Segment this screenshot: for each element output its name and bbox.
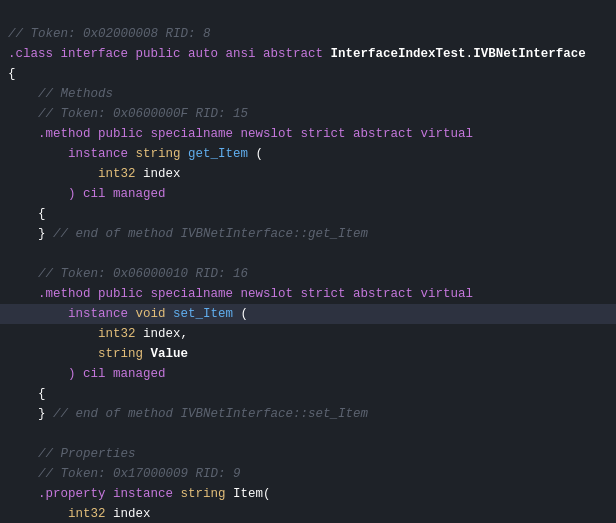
code-token: } <box>8 227 53 241</box>
code-token: int32 <box>8 327 143 341</box>
code-token: } <box>8 407 53 421</box>
code-view: // Token: 0x02000008 RID: 8.class interf… <box>0 0 616 523</box>
code-line: // Token: 0x06000010 RID: 16 <box>0 264 616 284</box>
code-token: // Token: 0x0600000F RID: 15 <box>8 107 248 121</box>
code-token: public specialname newslot strict abstra… <box>98 287 473 301</box>
code-line: // Token: 0x0600000F RID: 15 <box>0 104 616 124</box>
code-line: // Token: 0x17000009 RID: 9 <box>0 464 616 484</box>
code-token: .class <box>8 47 61 61</box>
code-token: index <box>143 167 181 181</box>
code-line: int32 index <box>0 164 616 184</box>
code-line: string Value <box>0 344 616 364</box>
code-token: int32 <box>8 167 143 181</box>
code-token: IVBNetInterface <box>473 47 586 61</box>
code-token: index <box>113 507 151 521</box>
code-token: string <box>181 487 234 501</box>
code-token: { <box>8 387 46 401</box>
code-token: ) cil managed <box>8 187 166 201</box>
code-token: // Token: 0x06000010 RID: 16 <box>8 267 248 281</box>
code-token: get_Item <box>188 147 248 161</box>
code-line: .class interface public auto ansi abstra… <box>0 44 616 64</box>
code-token: ) cil managed <box>8 367 166 381</box>
code-line: .method public specialname newslot stric… <box>0 124 616 144</box>
code-line: } // end of method IVBNetInterface::set_… <box>0 404 616 424</box>
code-line: .property instance string Item( <box>0 484 616 504</box>
code-line <box>0 424 616 444</box>
code-line <box>0 244 616 264</box>
code-token: // Methods <box>8 87 113 101</box>
code-token: { <box>8 207 46 221</box>
code-token: { <box>8 67 16 81</box>
code-token: Value <box>151 347 189 361</box>
code-token: public auto ansi abstract <box>136 47 331 61</box>
code-token: .method <box>8 127 98 141</box>
code-line: { <box>0 64 616 84</box>
code-token: // Properties <box>8 447 136 461</box>
code-token: set_Item <box>173 307 233 321</box>
code-line: ) cil managed <box>0 364 616 384</box>
code-token: Item( <box>233 487 271 501</box>
code-token: // end of method IVBNetInterface::set_It… <box>53 407 368 421</box>
code-token: InterfaceIndexTest <box>331 47 466 61</box>
code-token: interface <box>61 47 136 61</box>
code-line: instance void set_Item ( <box>0 304 616 324</box>
code-token: .property <box>8 487 113 501</box>
code-token: string <box>136 147 189 161</box>
code-line: int32 index <box>0 504 616 523</box>
code-line: int32 index, <box>0 324 616 344</box>
code-token: instance <box>8 147 136 161</box>
code-token: void <box>136 307 174 321</box>
code-line: .method public specialname newslot stric… <box>0 284 616 304</box>
code-token: ( <box>233 307 248 321</box>
code-line: instance string get_Item ( <box>0 144 616 164</box>
code-token: index, <box>143 327 188 341</box>
code-token: ( <box>248 147 263 161</box>
code-token: // Token: 0x02000008 RID: 8 <box>8 27 211 41</box>
code-line: { <box>0 204 616 224</box>
code-line: // Token: 0x02000008 RID: 8 <box>0 24 616 44</box>
code-token: public specialname newslot strict abstra… <box>98 127 473 141</box>
code-line: } // end of method IVBNetInterface::get_… <box>0 224 616 244</box>
code-line: // Methods <box>0 84 616 104</box>
code-line: ) cil managed <box>0 184 616 204</box>
code-line: { <box>0 384 616 404</box>
code-token: string <box>8 347 151 361</box>
code-token: .method <box>8 287 98 301</box>
code-token: int32 <box>8 507 113 521</box>
code-token: instance <box>113 487 181 501</box>
code-token: // Token: 0x17000009 RID: 9 <box>8 467 241 481</box>
code-token: // end of method IVBNetInterface::get_It… <box>53 227 368 241</box>
code-token: instance <box>8 307 136 321</box>
code-token: . <box>466 47 474 61</box>
code-line: // Properties <box>0 444 616 464</box>
